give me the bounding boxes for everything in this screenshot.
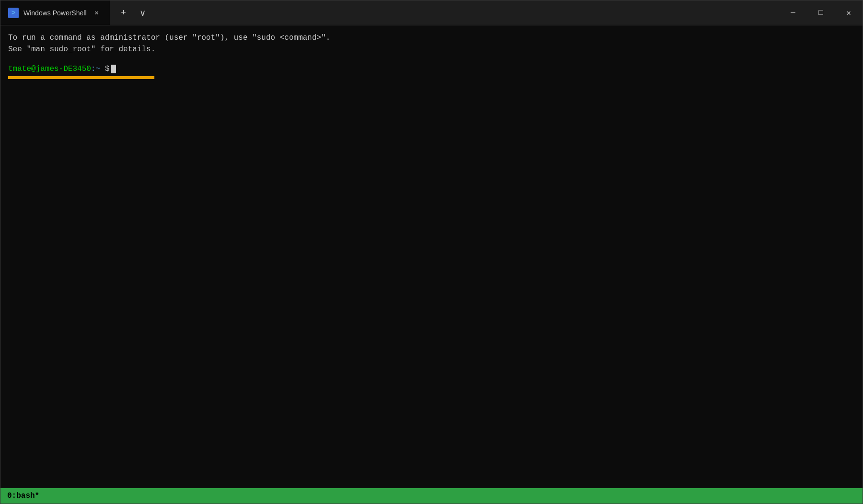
powershell-icon bbox=[8, 8, 19, 18]
status-text: 0:bash* bbox=[7, 492, 39, 500]
tab-dropdown-button[interactable]: ∨ bbox=[135, 5, 151, 21]
minimize-button[interactable]: — bbox=[779, 0, 807, 25]
terminal-empty-area bbox=[8, 79, 855, 488]
terminal-body[interactable]: To run a command as administrator (user … bbox=[0, 25, 863, 488]
statusbar: 0:bash* bbox=[0, 488, 863, 504]
tab-actions: + ∨ bbox=[110, 0, 156, 25]
tab-area: Windows PowerShell ✕ + ∨ bbox=[0, 0, 779, 25]
tab-title: Windows PowerShell bbox=[23, 9, 87, 17]
info-line-1: To run a command as administrator (user … bbox=[8, 32, 855, 44]
info-line-2: See "man sudo_root" for details. bbox=[8, 44, 855, 55]
terminal-window: Windows PowerShell ✕ + ∨ — □ ✕ To run a … bbox=[0, 0, 863, 504]
close-button[interactable]: ✕ bbox=[835, 0, 863, 25]
window-controls: — □ ✕ bbox=[779, 0, 863, 25]
prompt-user: tmate@james-DE3450 bbox=[8, 65, 91, 73]
new-tab-button[interactable]: + bbox=[116, 5, 131, 21]
prompt-path: :~ bbox=[91, 65, 100, 73]
tab-close-button[interactable]: ✕ bbox=[92, 8, 102, 18]
cursor bbox=[111, 65, 116, 73]
active-tab[interactable]: Windows PowerShell ✕ bbox=[0, 0, 110, 25]
maximize-button[interactable]: □ bbox=[807, 0, 835, 25]
titlebar: Windows PowerShell ✕ + ∨ — □ ✕ bbox=[0, 0, 863, 25]
info-message: To run a command as administrator (user … bbox=[8, 32, 855, 55]
prompt-symbol: $ bbox=[100, 65, 109, 73]
prompt-line: tmate@james-DE3450 :~ $ bbox=[8, 65, 855, 73]
